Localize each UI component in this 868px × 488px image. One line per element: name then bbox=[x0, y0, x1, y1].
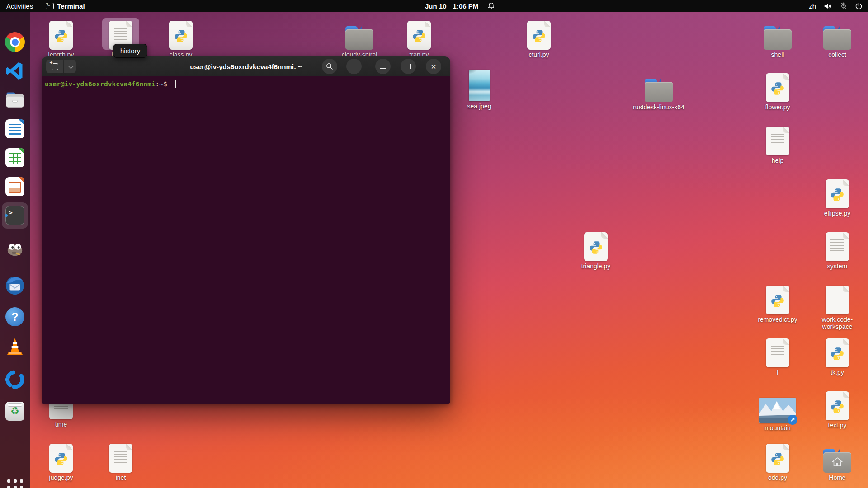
desktop-icon-triangle-py[interactable]: ↗ triangle.py bbox=[567, 230, 625, 270]
desktop-icon-shell[interactable]: ↗ shell bbox=[749, 18, 807, 58]
dock-running-app[interactable] bbox=[4, 369, 26, 390]
gimp-icon bbox=[5, 239, 25, 258]
desktop-icon-label: rustdesk-linux-x64 bbox=[630, 103, 688, 111]
dock-libreoffice-writer[interactable] bbox=[4, 118, 26, 140]
desktop-icon-f[interactable]: ↗ f bbox=[749, 336, 807, 376]
system-status-area[interactable]: zh bbox=[809, 0, 863, 12]
dock-help[interactable]: ? bbox=[4, 306, 26, 328]
desktop-icon-label: system bbox=[808, 263, 866, 270]
dock-vlc[interactable] bbox=[4, 335, 26, 357]
python-file-icon bbox=[169, 21, 193, 50]
text-file-icon bbox=[826, 232, 849, 261]
desktop-icon-tk-py[interactable]: ↗ tk.py bbox=[808, 336, 866, 376]
python-file-icon bbox=[826, 179, 849, 208]
desktop-icon-system[interactable]: ↗ system bbox=[808, 230, 866, 270]
folder-icon bbox=[645, 79, 673, 102]
terminal-cursor bbox=[175, 80, 176, 88]
prompt-user-host: user@iv-yds6oxrdvkcva4f6nnmi bbox=[45, 80, 155, 88]
desktop-icon-label: text.py bbox=[808, 422, 866, 429]
terminal-app-icon: >_ bbox=[5, 206, 24, 225]
desktop-icon-help[interactable]: ↗ help bbox=[749, 124, 807, 164]
thunderbird-icon bbox=[5, 275, 25, 296]
desktop-icon-label: odd.py bbox=[749, 474, 807, 481]
desktop-icon-work-code-workspace[interactable]: ↗ work.code-workspace bbox=[808, 283, 866, 330]
python-file-icon bbox=[407, 21, 431, 50]
speaker-icon bbox=[824, 2, 832, 10]
maximize-button[interactable] bbox=[401, 59, 416, 74]
close-button[interactable]: ✕ bbox=[426, 59, 441, 74]
bell-icon bbox=[487, 2, 495, 10]
hamburger-icon bbox=[351, 64, 357, 69]
text-file-icon bbox=[766, 338, 789, 367]
python-file-icon bbox=[826, 338, 849, 367]
desktop-icon-mountain[interactable]: ↗ mountain bbox=[749, 391, 807, 432]
show-applications-icon bbox=[7, 479, 23, 488]
desktop-wallpaper: ↗ length.py ↗ history bbox=[0, 0, 868, 488]
vlc-icon bbox=[5, 336, 25, 356]
tab-dropdown-button[interactable] bbox=[64, 60, 76, 73]
activities-button[interactable]: Activities bbox=[0, 0, 41, 12]
desktop-icon-tran-py[interactable]: ↗ tran.py bbox=[390, 18, 448, 58]
desktop-icon-flower-py[interactable]: ↗ flower.py bbox=[749, 70, 807, 111]
desktop-icon-label: ellipse.py bbox=[808, 210, 866, 217]
terminal-titlebar[interactable]: user@iv-yds6oxrdvkcva4f6nnmi: ~ ✕ bbox=[42, 56, 450, 77]
desktop-icon-removedict-py[interactable]: ↗ removedict.py bbox=[749, 283, 807, 323]
desktop-icon-class-py[interactable]: ↗ class.py bbox=[152, 18, 210, 58]
dock-chrome[interactable] bbox=[4, 31, 26, 53]
dock-divider bbox=[6, 364, 24, 364]
dock-show-applications[interactable] bbox=[4, 476, 26, 488]
dock-files[interactable] bbox=[4, 89, 26, 111]
libreoffice-calc-icon bbox=[5, 148, 24, 167]
dock-gimp[interactable] bbox=[4, 238, 26, 259]
desktop-icon-ellipse-py[interactable]: ↗ ellipse.py bbox=[808, 177, 866, 217]
desktop-icon-label: removedict.py bbox=[749, 316, 807, 323]
shortcut-link-badge: ↗ bbox=[788, 415, 797, 425]
trash-icon: ♻ bbox=[5, 402, 24, 421]
python-file-icon bbox=[826, 391, 849, 420]
menu-button[interactable] bbox=[346, 59, 362, 74]
desktop-icon-label: mountain bbox=[749, 424, 807, 432]
home-folder-icon bbox=[823, 449, 851, 473]
dock: >_ ? ♻ bbox=[0, 12, 30, 488]
dock-libreoffice-impress[interactable] bbox=[4, 176, 26, 197]
new-tab-button[interactable] bbox=[46, 60, 63, 73]
minimize-button[interactable] bbox=[375, 59, 391, 74]
desktop-icon-length-py[interactable]: ↗ length.py bbox=[32, 18, 90, 58]
dock-thunderbird[interactable] bbox=[4, 275, 26, 296]
desktop-icon-label: sea.jpeg bbox=[450, 103, 508, 110]
desktop-icon-label: cturl.py bbox=[510, 51, 568, 58]
desktop-icon-label: collect bbox=[808, 51, 866, 58]
python-file-icon bbox=[49, 21, 73, 50]
desktop-icon-inet[interactable]: ↗ inet bbox=[92, 441, 150, 481]
desktop-icon-sea-jpeg[interactable]: ↗ sea.jpeg bbox=[450, 70, 508, 110]
keyboard-layout-indicator: zh bbox=[809, 2, 816, 10]
desktop-icon-home[interactable]: ↗ Home bbox=[808, 441, 866, 481]
desktop-icon-label: shell bbox=[749, 51, 807, 58]
search-button[interactable] bbox=[322, 59, 337, 74]
desktop-icon-label: help bbox=[749, 157, 807, 164]
folder-icon bbox=[764, 26, 792, 50]
tooltip-history: history bbox=[113, 44, 147, 58]
dock-libreoffice-calc[interactable] bbox=[4, 147, 26, 169]
desktop-icon-cturl-py[interactable]: ↗ cturl.py bbox=[510, 18, 568, 58]
text-file-icon bbox=[766, 127, 789, 155]
files-icon bbox=[5, 91, 25, 108]
python-file-icon bbox=[766, 73, 789, 102]
python-file-icon bbox=[584, 232, 608, 261]
desktop-icon-label: work.code-workspace bbox=[808, 316, 866, 330]
desktop-icon-cloudy-spiral[interactable]: ↗ cloudy-spiral bbox=[330, 18, 388, 58]
desktop-icon-odd-py[interactable]: ↗ odd.py bbox=[749, 441, 807, 481]
desktop-icon-collect[interactable]: ↗ collect bbox=[808, 18, 866, 58]
desktop-icon-label: tk.py bbox=[808, 369, 866, 376]
focused-app-menu[interactable]: Terminal bbox=[41, 0, 89, 12]
desktop-icon-judge-py[interactable]: ↗ judge.py bbox=[32, 441, 90, 481]
python-file-icon bbox=[49, 444, 73, 473]
dock-trash[interactable]: ♻ bbox=[4, 400, 26, 422]
dock-vscode[interactable] bbox=[4, 60, 26, 82]
desktop-icon-rustdesk-linux-x64[interactable]: ↗ rustdesk-linux-x64 bbox=[630, 70, 688, 111]
dock-terminal[interactable]: >_ bbox=[4, 205, 26, 226]
terminal-content[interactable]: user@iv-yds6oxrdvkcva4f6nnmi:~$ bbox=[42, 76, 450, 404]
clock-button[interactable]: Jun 10 1:06 PM bbox=[425, 0, 495, 12]
desktop-icon-text-py[interactable]: ↗ text.py bbox=[808, 389, 866, 429]
terminal-window[interactable]: user@iv-yds6oxrdvkcva4f6nnmi: ~ ✕ user@i… bbox=[42, 56, 450, 404]
